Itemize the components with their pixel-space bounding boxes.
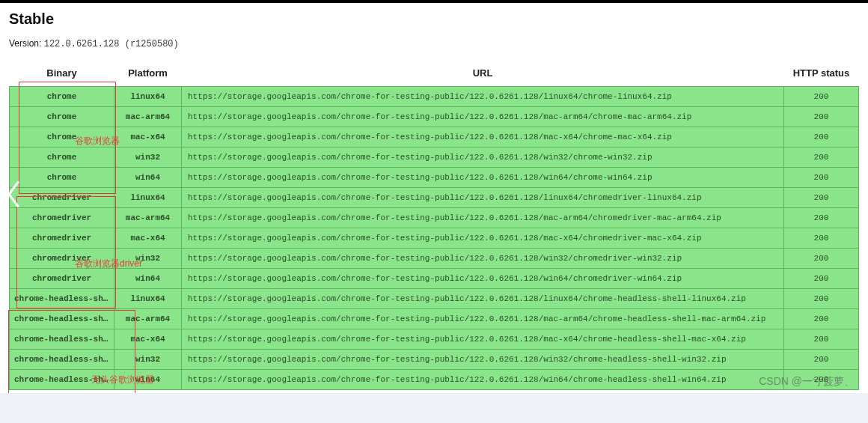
cell-status: 200 — [784, 127, 859, 147]
version-label: Version: — [9, 38, 41, 49]
cell-url[interactable]: https://storage.googleapis.com/chrome-fo… — [182, 249, 784, 269]
cell-url[interactable]: https://storage.googleapis.com/chrome-fo… — [182, 329, 784, 350]
page-title: Stable — [9, 10, 859, 28]
cell-status: 200 — [784, 228, 859, 249]
col-url-header: URL — [182, 63, 784, 87]
cell-url[interactable]: https://storage.googleapis.com/chrome-fo… — [182, 269, 784, 289]
table-row: chromedrivermac-x64https://storage.googl… — [10, 228, 859, 249]
table-row: chromewin64https://storage.googleapis.co… — [10, 168, 859, 188]
cell-binary: chrome-headless-shell — [10, 329, 114, 350]
col-binary-header: Binary — [10, 63, 114, 87]
cell-url[interactable]: https://storage.googleapis.com/chrome-fo… — [182, 289, 784, 309]
cell-platform: mac-arm64 — [114, 208, 182, 228]
cell-platform: mac-x64 — [114, 329, 182, 350]
cell-url[interactable]: https://storage.googleapis.com/chrome-fo… — [182, 188, 784, 208]
cell-url[interactable]: https://storage.googleapis.com/chrome-fo… — [182, 370, 784, 390]
cell-url[interactable]: https://storage.googleapis.com/chrome-fo… — [182, 147, 784, 168]
cell-platform: mac-x64 — [114, 127, 182, 147]
downloads-table: Binary Platform URL HTTP status chromeli… — [9, 63, 859, 390]
cell-binary: chromedriver — [10, 249, 114, 269]
cell-status: 200 — [784, 309, 859, 329]
cell-status: 200 — [784, 350, 859, 370]
table-row: chrome-headless-shelllinux64https://stor… — [10, 289, 859, 309]
cell-status: 200 — [784, 87, 859, 107]
cell-url[interactable]: https://storage.googleapis.com/chrome-fo… — [182, 87, 784, 107]
table-row: chromelinux64https://storage.googleapis.… — [10, 87, 859, 107]
cell-status: 200 — [784, 208, 859, 228]
cell-status: 200 — [784, 168, 859, 188]
cell-platform: mac-arm64 — [114, 309, 182, 329]
cell-binary: chrome — [10, 168, 114, 188]
cell-status: 200 — [784, 188, 859, 208]
table-row: chromedriverlinux64https://storage.googl… — [10, 188, 859, 208]
table-row: chrome-headless-shellwin32https://storag… — [10, 350, 859, 370]
table-row: chromemac-x64https://storage.googleapis.… — [10, 127, 859, 147]
cell-binary: chromedriver — [10, 228, 114, 249]
table-row: chromedrivermac-arm64https://storage.goo… — [10, 208, 859, 228]
cell-platform: win32 — [114, 249, 182, 269]
cell-status: 200 — [784, 147, 859, 168]
table-row: chromemac-arm64https://storage.googleapi… — [10, 107, 859, 127]
version-value: 122.0.6261.128 (r1250580) — [44, 39, 179, 49]
cell-platform: linux64 — [114, 289, 182, 309]
table-row: chrome-headless-shellwin64https://storag… — [10, 370, 859, 390]
cell-binary: chrome — [10, 127, 114, 147]
cell-status: 200 — [784, 329, 859, 350]
cell-platform: win64 — [114, 269, 182, 289]
cell-url[interactable]: https://storage.googleapis.com/chrome-fo… — [182, 309, 784, 329]
cell-url[interactable]: https://storage.googleapis.com/chrome-fo… — [182, 168, 784, 188]
cell-status: 200 — [784, 289, 859, 309]
cell-platform: win64 — [114, 370, 182, 390]
cell-status: 200 — [784, 107, 859, 127]
cell-platform: win32 — [114, 147, 182, 168]
table-row: chromedriverwin64https://storage.googlea… — [10, 269, 859, 289]
cell-binary: chrome-headless-shell — [10, 289, 114, 309]
watermark: CSDN @一寸菠萝、 — [759, 375, 855, 389]
cell-binary: chrome — [10, 87, 114, 107]
cell-url[interactable]: https://storage.googleapis.com/chrome-fo… — [182, 228, 784, 249]
cell-url[interactable]: https://storage.googleapis.com/chrome-fo… — [182, 107, 784, 127]
prev-arrow-icon[interactable] — [4, 179, 22, 214]
cell-platform: linux64 — [114, 188, 182, 208]
cell-binary: chrome — [10, 107, 114, 127]
cell-platform: win64 — [114, 168, 182, 188]
cell-url[interactable]: https://storage.googleapis.com/chrome-fo… — [182, 127, 784, 147]
cell-platform: mac-arm64 — [114, 107, 182, 127]
cell-platform: mac-x64 — [114, 228, 182, 249]
table-row: chrome-headless-shellmac-arm64https://st… — [10, 309, 859, 329]
cell-url[interactable]: https://storage.googleapis.com/chrome-fo… — [182, 350, 784, 370]
cell-binary: chrome-headless-shell — [10, 309, 114, 329]
cell-status: 200 — [784, 249, 859, 269]
cell-binary: chromedriver — [10, 188, 114, 208]
cell-binary: chrome-headless-shell — [10, 370, 114, 390]
cell-status: 200 — [784, 269, 859, 289]
cell-binary: chromedriver — [10, 269, 114, 289]
table-row: chromedriverwin32https://storage.googlea… — [10, 249, 859, 269]
cell-binary: chrome — [10, 147, 114, 168]
col-status-header: HTTP status — [784, 63, 859, 87]
cell-url[interactable]: https://storage.googleapis.com/chrome-fo… — [182, 208, 784, 228]
table-row: chrome-headless-shellmac-x64https://stor… — [10, 329, 859, 350]
cell-binary: chromedriver — [10, 208, 114, 228]
cell-platform: win32 — [114, 350, 182, 370]
table-row: chromewin32https://storage.googleapis.co… — [10, 147, 859, 168]
col-platform-header: Platform — [114, 63, 182, 87]
cell-binary: chrome-headless-shell — [10, 350, 114, 370]
cell-platform: linux64 — [114, 87, 182, 107]
version-line: Version: 122.0.6261.128 (r1250580) — [9, 38, 859, 49]
